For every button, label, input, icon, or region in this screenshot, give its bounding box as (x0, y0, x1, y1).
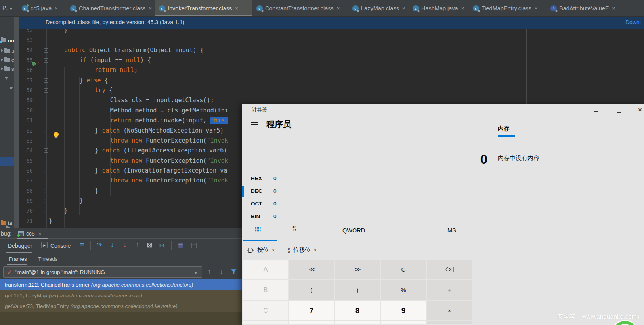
line-number[interactable]: 64 (19, 147, 33, 154)
radix-row-bin[interactable]: BIN0 (251, 213, 370, 222)
key-C[interactable]: C (243, 301, 288, 320)
key-partial[interactable] (243, 321, 288, 324)
code-line[interactable]: if (input == null) { (79, 57, 151, 64)
close-icon[interactable]: × (337, 5, 340, 11)
key-7[interactable]: 7 (289, 301, 334, 320)
code-line[interactable]: } catch (IllegalAccessException var6) (95, 147, 227, 154)
chevron-right-icon[interactable] (1, 58, 3, 61)
line-number[interactable]: 69 (19, 198, 33, 204)
intention-bulb-icon[interactable] (54, 132, 59, 137)
editor-tab[interactable]: cHashMap.java× (409, 0, 469, 16)
bitshift-dropdown[interactable]: »« 位移位∨ (288, 246, 317, 254)
tab-frames[interactable]: Frames (9, 256, 27, 262)
key-%[interactable]: % (381, 280, 426, 300)
hamburger-menu-icon[interactable] (251, 122, 258, 129)
editor-tab[interactable]: cLazyMap.class× (348, 0, 409, 16)
fold-marker-icon[interactable] (44, 129, 48, 133)
word-size-button[interactable]: QWORD (342, 227, 365, 234)
chevron-right-icon[interactable] (1, 67, 3, 70)
line-number[interactable]: 58 (19, 87, 33, 93)
filter-funnel-icon[interactable] (231, 269, 237, 275)
debug-session-tab[interactable]: cc5 × (18, 229, 41, 238)
radix-row-hex[interactable]: HEX0 (251, 175, 370, 184)
key-partial[interactable] (335, 321, 380, 324)
tree-item-.i[interactable]: .i (1, 47, 14, 55)
code-line[interactable]: throw new FunctorException("Invok (110, 157, 228, 164)
line-number[interactable]: 70 (19, 207, 33, 214)
force-step-into-icon[interactable]: ↓ (120, 241, 129, 249)
evaluate-expression-icon[interactable]: ▦ (176, 241, 185, 249)
fold-marker-icon[interactable] (44, 58, 48, 63)
key-C[interactable]: C (381, 260, 426, 279)
fold-marker-icon[interactable] (44, 199, 48, 203)
key-A[interactable]: A (243, 260, 288, 279)
tab-threads[interactable]: Threads (38, 256, 58, 262)
key-9[interactable]: 9 (381, 301, 426, 320)
memory-tab[interactable]: 内存 (498, 125, 510, 133)
drop-frame-icon[interactable]: ⊠ (145, 241, 154, 249)
editor-tab[interactable]: cTiedMapEntry.class× (469, 0, 547, 16)
key-partial[interactable] (427, 321, 472, 324)
key-÷[interactable]: ÷ (427, 280, 472, 300)
key-8[interactable]: 8 (335, 301, 380, 320)
key-partial[interactable] (381, 321, 426, 324)
calculator-mode-label[interactable]: 程序员 (266, 119, 291, 130)
close-icon[interactable]: × (612, 5, 615, 11)
code-line[interactable]: } else { (79, 77, 108, 84)
tree-item-c[interactable]: c (1, 56, 14, 64)
memory-store-button[interactable]: MS (447, 227, 456, 234)
key->>[interactable]: >> (335, 260, 380, 279)
key-×[interactable]: × (427, 301, 472, 320)
step-over-icon[interactable]: ↷ (95, 241, 104, 249)
code-line[interactable]: try { (95, 87, 113, 94)
line-number[interactable]: 54 (19, 47, 33, 53)
code-line[interactable]: Method method = cls.getMethod(thi (110, 107, 228, 114)
fold-marker-icon[interactable] (44, 189, 48, 193)
code-line[interactable]: return null; (95, 67, 138, 74)
maximize-button[interactable] (610, 105, 628, 116)
line-number[interactable]: 61 (19, 117, 33, 124)
backspace-key[interactable] (427, 260, 472, 279)
code-line[interactable]: } (49, 217, 52, 224)
editor-tab[interactable]: cInvokerTransformer.class× (155, 0, 252, 16)
tree-selected-row[interactable] (0, 157, 14, 166)
close-icon[interactable]: × (235, 5, 238, 11)
line-number[interactable]: 53 (19, 37, 33, 43)
bitwise-dropdown[interactable]: 按位∨ (247, 246, 275, 254)
close-icon[interactable]: × (38, 231, 42, 237)
editor-tab[interactable]: cChainedTransformer.class× (66, 0, 155, 16)
line-number[interactable]: 63 (19, 137, 33, 144)
key-partial[interactable] (289, 321, 334, 324)
line-number[interactable]: 67 (19, 177, 33, 184)
code-line[interactable]: public Object transform(Object input) { (64, 47, 204, 54)
key-([interactable]: ( (289, 280, 334, 300)
minimize-button[interactable] (587, 105, 606, 116)
chevron-right-icon[interactable] (1, 49, 3, 52)
key-B[interactable]: B (243, 280, 288, 300)
close-icon[interactable]: × (402, 5, 405, 11)
line-number[interactable]: 66 (19, 167, 33, 174)
line-number[interactable]: 62 (19, 127, 33, 134)
project-panel-header[interactable]: P.. (2, 5, 13, 11)
tree-item[interactable] (10, 85, 14, 93)
step-into-icon[interactable]: ↓ (108, 241, 117, 249)
tree-item-unti[interactable]: unti (1, 36, 14, 44)
fold-marker-icon[interactable] (44, 88, 48, 93)
code-line[interactable]: return method.invoke(input, this. (110, 117, 228, 124)
line-number[interactable]: 59 (19, 97, 33, 103)
tab-console[interactable]: Console (50, 243, 71, 249)
close-button[interactable]: × (632, 105, 644, 116)
download-link[interactable]: Downl (625, 19, 641, 25)
line-number[interactable]: 68 (19, 188, 33, 194)
tab-debugger[interactable]: Debugger (8, 243, 32, 249)
key-<<[interactable]: << (289, 260, 334, 279)
editor-tab[interactable]: cConstantTransformer.class× (252, 0, 348, 16)
code-line[interactable]: } catch (NoSuchMethodException var5) (95, 127, 224, 134)
full-keypad-toggle-icon[interactable]: ⣿⣿ (254, 226, 260, 232)
fold-marker-icon[interactable] (44, 209, 48, 213)
line-number[interactable]: 55 (19, 57, 33, 63)
chevron-down-icon[interactable] (10, 87, 13, 90)
line-number[interactable]: 57 (19, 77, 33, 84)
code-line[interactable]: } (79, 197, 83, 204)
line-number[interactable]: 65 (19, 158, 33, 164)
